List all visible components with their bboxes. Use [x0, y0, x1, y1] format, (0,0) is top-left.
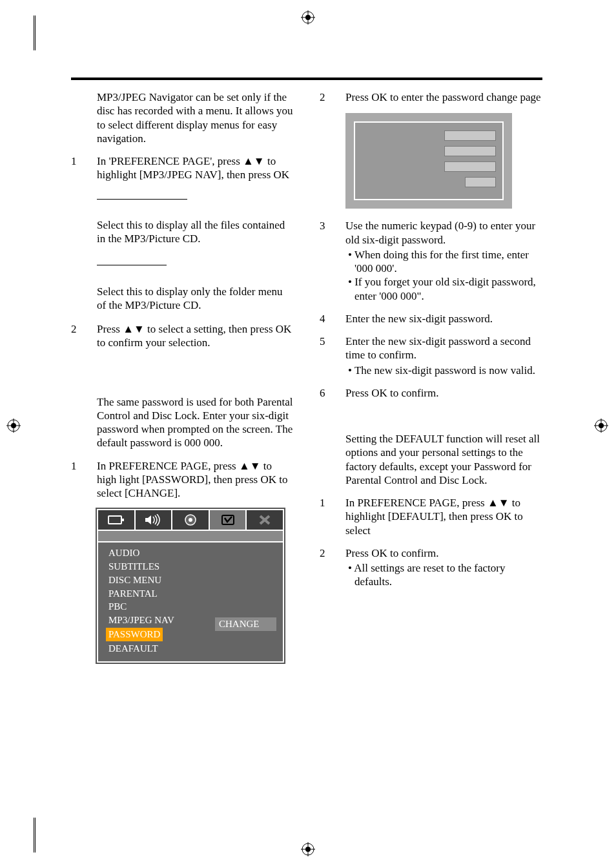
osd-tab-general-icon — [98, 510, 136, 530]
registration-mark-left — [6, 418, 21, 433]
osd-tab-audio-icon — [136, 510, 173, 530]
default-step-2: 2 Press OK to confirm. All settings are … — [320, 546, 542, 589]
step-number: 3 — [320, 219, 345, 303]
pw-row-ok — [362, 177, 496, 187]
pw-step-3: 3 Use the numeric keypad (0-9) to enter … — [320, 219, 542, 303]
step-number: 1 — [71, 154, 97, 182]
default-step-1: 1 In PREFERENCE PAGE, press ▲▼ to highli… — [320, 496, 542, 537]
bullet: All settings are reset to the factory de… — [354, 561, 542, 589]
osd-item-selected: PASSWORD — [106, 628, 163, 641]
osd-subheader — [98, 531, 283, 542]
header-rule — [71, 78, 542, 80]
registration-mark-top — [301, 10, 315, 25]
pw-step-5: 5 Enter the new six-digit password a sec… — [320, 335, 542, 377]
step-bullets: All settings are reset to the factory de… — [345, 561, 542, 589]
osd-item: MP3/JPEG NAV — [108, 614, 207, 627]
step-text: Press OK to enter the password change pa… — [345, 90, 542, 104]
step-number: 2 — [71, 322, 97, 350]
step-number: 4 — [320, 312, 345, 326]
password-intro: The same password is used for both Paren… — [97, 395, 294, 450]
osd-item: PARENTAL — [108, 587, 207, 601]
registration-mark-bottom — [301, 842, 315, 856]
step-text: Use the numeric keypad (0-9) to enter yo… — [345, 219, 542, 247]
step-text: Press OK to confirm. — [345, 546, 542, 560]
bullet: When doing this for the first time, ente… — [354, 248, 542, 276]
step-bullets: The new six-digit password is now valid. — [345, 364, 542, 377]
option-text: Select this to display all the files con… — [97, 218, 294, 246]
option-text-line2: of the MP3/Picture CD. — [97, 298, 294, 312]
step-number: 1 — [71, 459, 97, 501]
crop-rule — [35, 16, 36, 50]
crop-rule — [34, 16, 34, 50]
pw-step-2: 2 Press OK to enter the password change … — [320, 90, 542, 104]
osd-tab-bar — [98, 510, 283, 531]
crop-rule — [35, 818, 36, 852]
step-text: Enter the new six-digit password. — [345, 312, 542, 326]
option-with-menu: Select this to display only the folder m… — [97, 257, 294, 312]
osd-tab-video-icon — [172, 510, 210, 530]
osd-item: AUDIO — [108, 546, 207, 560]
step-number: 2 — [320, 546, 345, 589]
osd-value-pane: CHANGE — [215, 542, 283, 661]
option-text-line1: Select this to display only the folder m… — [97, 285, 294, 298]
password-dialog — [345, 113, 512, 209]
step-text: In PREFERENCE PAGE, press ▲▼ to high lig… — [97, 459, 294, 501]
osd-item: SUBTITLES — [108, 560, 207, 574]
osd-item: PBC — [108, 600, 207, 614]
default-intro: Setting the DEFAULT function will reset … — [345, 432, 542, 487]
pw-step-4: 4 Enter the new six-digit password. — [320, 312, 542, 326]
step-2: 2 Press ▲▼ to select a setting, then pre… — [71, 322, 294, 350]
osd-tab-preference-icon — [210, 510, 247, 530]
step-number: 2 — [320, 90, 345, 104]
pw-row-confirm — [362, 161, 496, 172]
password-step-1: 1 In PREFERENCE PAGE, press ▲▼ to high l… — [71, 459, 294, 501]
osd-menu-list: AUDIO SUBTITLES DISC MENU PARENTAL PBC M… — [98, 542, 215, 661]
osd-item: DEAFAULT — [108, 642, 207, 656]
svg-rect-17 — [122, 519, 124, 521]
registration-mark-right — [594, 418, 608, 433]
right-column: 2 Press OK to enter the password change … — [320, 90, 542, 663]
step-text: Press ▲▼ to select a setting, then press… — [97, 322, 294, 350]
mp3jpeg-intro: MP3/JPEG Navigator can be set only if th… — [97, 90, 294, 145]
pw-row-old — [362, 130, 496, 141]
step-text: In 'PREFERENCE PAGE', press ▲▼ to highli… — [97, 154, 294, 182]
step-text: Enter the new six-digit password a secon… — [345, 335, 542, 362]
svg-rect-16 — [108, 516, 121, 524]
step-text: Press OK to confirm. — [345, 386, 542, 400]
crop-rule — [34, 818, 34, 852]
content-area: MP3/JPEG Navigator can be set only if th… — [71, 90, 542, 663]
svg-point-20 — [189, 518, 192, 522]
svg-marker-18 — [145, 515, 151, 524]
bullet: The new six-digit password is now valid. — [354, 364, 542, 377]
step-bullets: When doing this for the first time, ente… — [345, 248, 542, 303]
step-1: 1 In 'PREFERENCE PAGE', press ▲▼ to high… — [71, 154, 294, 182]
step-number: 1 — [320, 496, 345, 537]
bullet: If you forget your old six-digit passwor… — [354, 275, 542, 303]
step-text: In PREFERENCE PAGE, press ▲▼ to highligh… — [345, 496, 542, 537]
left-column: MP3/JPEG Navigator can be set only if th… — [71, 90, 294, 663]
step-number: 6 — [320, 386, 345, 400]
osd-preference-menu: AUDIO SUBTITLES DISC MENU PARENTAL PBC M… — [97, 509, 284, 663]
option-without-menu: Select this to display all the files con… — [97, 191, 294, 246]
step-number: 5 — [320, 335, 345, 377]
osd-item: DISC MENU — [108, 574, 207, 587]
pw-row-new — [362, 146, 496, 156]
pw-step-6: 6 Press OK to confirm. — [320, 386, 542, 400]
osd-body: AUDIO SUBTITLES DISC MENU PARENTAL PBC M… — [98, 542, 283, 661]
osd-tab-exit-icon — [247, 510, 283, 530]
osd-value: CHANGE — [215, 617, 276, 631]
